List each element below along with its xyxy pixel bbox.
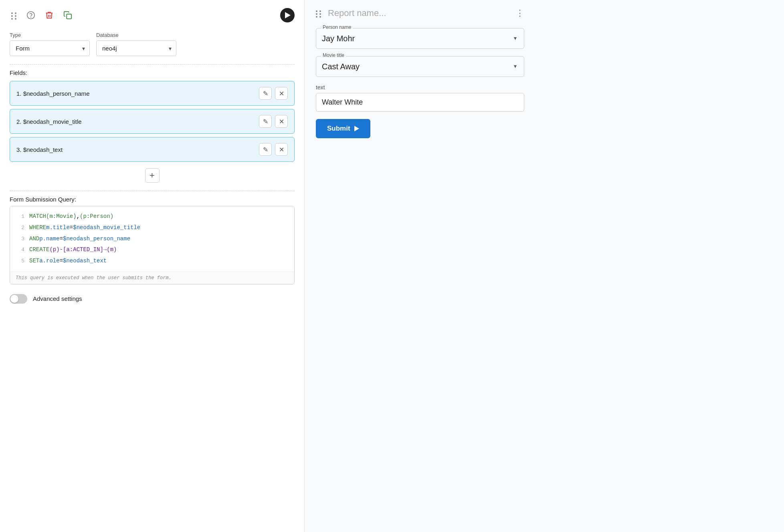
edit-field-3-button[interactable]: ✎ (259, 143, 272, 156)
movie-title-select[interactable]: Cast Away Forrest Gump (322, 60, 518, 73)
report-drag-icon (316, 10, 321, 16)
field-actions-3: ✎ ✕ (259, 143, 288, 156)
fields-label: Fields: (10, 69, 295, 76)
divider-2 (10, 191, 295, 191)
field-name-1: 1. $neodash_person_name (16, 90, 90, 97)
database-group: Database neo4j system ▾ (96, 32, 176, 56)
report-header: Report name... ⋮ (316, 8, 524, 18)
query-line-3: 3 AND p.name = $neodash_person_name (10, 234, 294, 245)
query-line-4: 4 CREATE (p)-[a:ACTED_IN]→(m) (10, 244, 294, 256)
field-actions-2: ✎ ✕ (259, 115, 288, 128)
field-name-3: 3. $neodash_text (16, 146, 63, 153)
delete-button[interactable] (43, 9, 55, 21)
field-name-2: 2. $neodash_movie_title (16, 118, 82, 125)
type-select[interactable]: Form Table Chart (10, 40, 90, 56)
add-field-button[interactable]: + (145, 168, 160, 183)
edit-field-1-button[interactable]: ✎ (259, 87, 272, 100)
field-actions-1: ✎ ✕ (259, 87, 288, 100)
query-line-5: 5 SET a.role = $neodash_text (10, 256, 294, 267)
type-group: Type Form Table Chart ▾ (10, 32, 90, 56)
type-label: Type (10, 32, 90, 38)
movie-title-field-wrapper: Movie title Cast Away Forrest Gump ▾ (316, 56, 524, 77)
movie-title-select-wrapper: Cast Away Forrest Gump ▾ (322, 60, 518, 73)
right-panel: Report name... ⋮ Person name Jay Mohr To… (305, 0, 784, 532)
svg-rect-2 (67, 14, 71, 19)
type-select-wrapper: Form Table Chart ▾ (10, 40, 90, 56)
report-name-placeholder: Report name... (328, 8, 386, 18)
drag-handle[interactable] (10, 11, 18, 20)
submit-play-icon (354, 126, 359, 131)
person-name-select-wrapper: Jay Mohr Tom Hanks ▾ (322, 32, 518, 44)
help-button[interactable] (25, 9, 37, 21)
person-name-field-wrapper: Person name Jay Mohr Tom Hanks ▾ (316, 28, 524, 49)
duplicate-button[interactable] (62, 9, 74, 21)
right-panel-inner: Report name... ⋮ Person name Jay Mohr To… (316, 8, 524, 138)
database-select[interactable]: neo4j system (96, 40, 176, 56)
movie-title-group: Movie title Cast Away Forrest Gump ▾ (316, 56, 524, 77)
person-name-group: Person name Jay Mohr Tom Hanks ▾ (316, 28, 524, 49)
remove-field-3-button[interactable]: ✕ (275, 143, 288, 156)
toggle-thumb (10, 295, 18, 303)
report-title-area: Report name... (316, 8, 386, 18)
text-field-group: text (316, 84, 524, 112)
field-item-2: 2. $neodash_movie_title ✎ ✕ (10, 109, 295, 134)
query-line-2: 2 WHERE m.title = $neodash_movie_title (10, 222, 294, 234)
drag-dots-icon (11, 12, 17, 18)
advanced-settings-row: Advanced settings (10, 294, 295, 304)
advanced-settings-toggle[interactable] (10, 294, 27, 304)
run-button[interactable] (280, 8, 295, 22)
edit-field-2-button[interactable]: ✎ (259, 115, 272, 128)
query-line-1: 1 MATCH (m:Movie) , (p:Person) (10, 211, 294, 222)
query-label: Form Submission Query: (10, 196, 295, 203)
more-options-button[interactable]: ⋮ (515, 8, 524, 18)
person-name-select[interactable]: Jay Mohr Tom Hanks (322, 32, 518, 44)
query-lines: 1 MATCH (m:Movie) , (p:Person) 2 WHERE m… (10, 206, 294, 272)
toolbar (10, 8, 295, 22)
field-item-3: 3. $neodash_text ✎ ✕ (10, 137, 295, 162)
person-name-label: Person name (321, 24, 353, 30)
advanced-settings-label: Advanced settings (33, 295, 82, 302)
play-icon (285, 12, 291, 18)
text-field-label: text (316, 84, 524, 91)
query-hint: This query is executed when the user sub… (10, 272, 294, 284)
toolbar-left (10, 9, 74, 21)
database-label: Database (96, 32, 176, 38)
text-input[interactable] (316, 93, 524, 112)
remove-field-1-button[interactable]: ✕ (275, 87, 288, 100)
query-editor[interactable]: 1 MATCH (m:Movie) , (p:Person) 2 WHERE m… (10, 206, 295, 284)
movie-title-label: Movie title (321, 52, 346, 58)
left-panel: Type Form Table Chart ▾ Database neo4j s… (0, 0, 305, 532)
database-select-wrapper: neo4j system ▾ (96, 40, 176, 56)
submit-button[interactable]: Submit (316, 119, 370, 138)
submit-label: Submit (327, 125, 350, 133)
field-item-1: 1. $neodash_person_name ✎ ✕ (10, 81, 295, 106)
divider-1 (10, 64, 295, 64)
type-database-row: Type Form Table Chart ▾ Database neo4j s… (10, 32, 295, 56)
remove-field-2-button[interactable]: ✕ (275, 115, 288, 128)
